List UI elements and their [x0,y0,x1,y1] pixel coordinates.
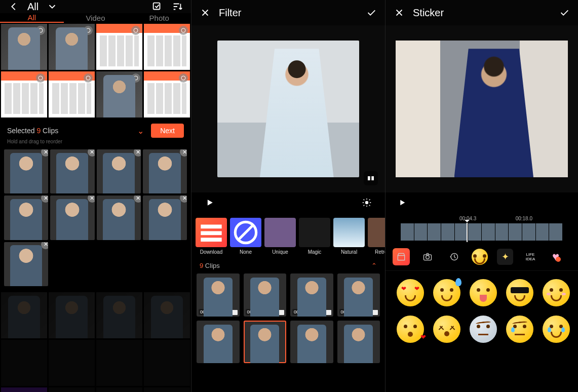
sort-icon[interactable] [171,0,184,13]
gallery-thumb[interactable] [1,340,47,386]
timeline-frames[interactable] [401,223,563,241]
emoji-sweat-grin[interactable] [433,279,460,306]
gallery-thumb[interactable] [49,24,95,70]
gallery-thumb[interactable] [1,24,47,70]
gallery-thumb[interactable] [144,387,190,392]
filter-none[interactable]: None [230,218,261,255]
emoji-sad-tear[interactable] [506,316,533,343]
emoji-heart-eyes[interactable] [397,279,424,306]
timeline[interactable]: 00:04.3 00:18.0 [386,216,578,243]
expand-clips-icon[interactable]: ⌃ [371,262,377,269]
remove-clip-icon[interactable]: ✕ [41,149,48,156]
emoji-sunglasses[interactable] [506,279,533,306]
selected-clip[interactable]: ✕ [50,195,94,240]
clip-item[interactable]: 00:02.0 [197,273,240,317]
sticker-tab-hearts[interactable]: ♥ [548,249,564,265]
sticker-tab-recent[interactable] [445,248,463,265]
select-dot-icon[interactable] [179,26,188,35]
filter-natural[interactable]: Natural [333,218,365,255]
playhead[interactable] [467,223,468,242]
clip-item[interactable] [197,321,240,364]
play-button[interactable] [398,198,407,209]
sticker-tab-text[interactable]: LIFEIDEA [522,249,538,265]
remove-clip-icon[interactable]: ✕ [41,195,48,203]
selected-clip[interactable]: ✕ [97,195,141,240]
clip-item[interactable]: 00:02.0 [337,273,380,317]
select-dot-icon[interactable] [84,73,93,83]
gallery-thumb[interactable] [49,387,95,392]
selected-clip[interactable]: ✕ [50,149,94,193]
emoji-tongue[interactable] [470,279,497,306]
gallery-thumb[interactable] [144,340,190,386]
gallery-thumb[interactable] [1,387,47,392]
close-button[interactable] [199,6,212,19]
album-dropdown-chevron-icon[interactable] [46,0,59,13]
sticker-title: Sticker [413,7,444,19]
confirm-button[interactable] [558,6,571,19]
play-button[interactable] [205,198,215,210]
select-dot-icon[interactable] [131,26,140,35]
emoji-x-eyes[interactable] [433,316,460,343]
gallery-thumb[interactable] [144,24,190,70]
compare-icon[interactable] [364,171,378,185]
select-dot-icon[interactable] [36,73,45,83]
emoji-blush[interactable] [543,279,570,306]
clip-item[interactable]: 00:02.0 [290,273,333,317]
gallery-thumb[interactable] [96,292,142,338]
emoji-dizzy[interactable] [470,316,497,343]
filter-magic[interactable]: Magic [299,218,330,255]
remove-clip-icon[interactable]: ✕ [134,195,141,203]
selected-clip[interactable]: ✕ [143,149,187,193]
selected-clip[interactable]: ✕ [4,149,48,193]
remove-clip-icon[interactable]: ✕ [134,149,141,156]
select-dot-icon[interactable] [36,26,45,35]
gallery-thumb[interactable] [49,340,95,386]
gallery-thumb[interactable] [96,24,142,70]
emoji-joy-tears[interactable] [543,316,570,343]
sticker-tab-camera[interactable] [419,248,436,265]
remove-clip-icon[interactable]: ✕ [41,242,48,249]
select-toggle-icon[interactable] [150,0,164,13]
filter-retro[interactable]: Retro S [368,218,385,255]
remove-clip-icon[interactable]: ✕ [88,149,95,156]
clip-item[interactable] [337,321,380,364]
gallery-thumb[interactable] [49,292,95,338]
sticker-tab-store[interactable] [393,248,410,265]
selected-clip[interactable]: ✕ [4,242,48,286]
select-dot-icon[interactable] [179,73,188,83]
tab-video[interactable]: Video [64,13,128,23]
confirm-button[interactable] [365,6,378,19]
selected-clip[interactable]: ✕ [97,149,141,193]
settings-icon[interactable] [362,198,372,210]
remove-clip-icon[interactable]: ✕ [180,149,187,156]
filter-download[interactable]: Download [196,218,227,255]
gallery-thumb[interactable] [96,340,142,386]
back-button[interactable] [7,0,20,13]
select-dot-icon[interactable] [84,26,93,35]
remove-clip-icon[interactable]: ✕ [88,195,95,203]
emoji-kiss[interactable]: ❤ [397,316,424,343]
gallery-thumb[interactable] [144,292,190,338]
album-dropdown[interactable]: All [27,1,38,13]
tab-all[interactable]: All [0,13,64,23]
selected-clip[interactable]: ✕ [143,195,187,240]
remove-clip-icon[interactable]: ✕ [180,195,187,203]
gallery-thumb[interactable] [1,71,47,117]
gallery-thumb[interactable] [96,71,142,117]
gallery-thumb[interactable] [144,71,190,117]
clip-item-selected[interactable] [244,321,287,364]
selected-clip[interactable]: ✕ [4,195,48,240]
tab-photo[interactable]: Photo [127,13,191,23]
collapse-selected-icon[interactable]: ⌄ [137,126,144,136]
sticker-tab-sparkle[interactable]: ✦ [497,249,513,265]
clip-item[interactable]: 00:02.0 [244,273,287,317]
gallery-thumb[interactable] [1,292,47,338]
filter-unique[interactable]: Unique [264,218,296,255]
gallery-thumb[interactable] [49,71,95,117]
next-button[interactable]: Next [151,124,184,138]
close-button[interactable] [393,6,406,19]
sticker-tab-emoji[interactable] [472,249,488,265]
gallery-thumb[interactable] [96,387,142,392]
clip-item[interactable] [290,321,333,364]
select-dot-icon[interactable] [131,73,140,83]
